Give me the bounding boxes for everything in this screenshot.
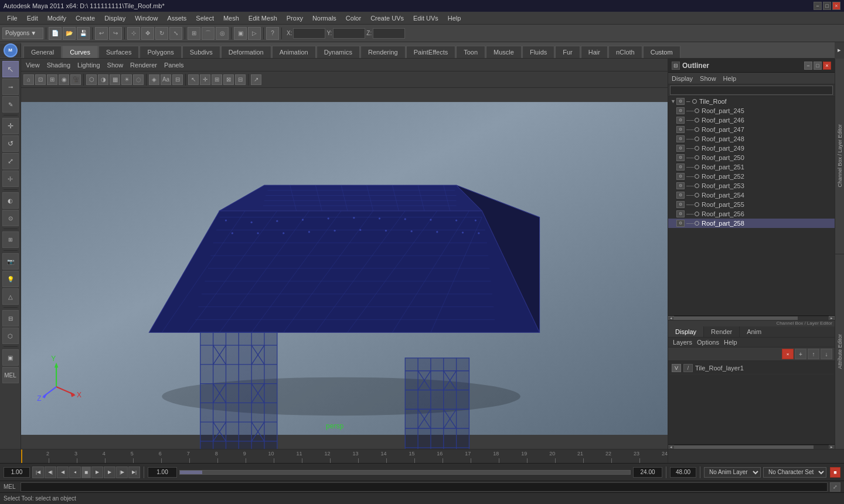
camera-btn[interactable]: 📷 <box>2 253 19 270</box>
menu-mesh[interactable]: Mesh <box>219 13 244 23</box>
menu-modify[interactable]: Modify <box>43 13 71 23</box>
tree-item-roof-part-256[interactable]: ⚙ ── Roof_part_256 <box>668 209 835 219</box>
vt-grid[interactable]: ⊞ <box>47 74 57 85</box>
lm-options[interactable]: Options <box>697 339 719 346</box>
universal-btn[interactable]: ☩ <box>2 171 19 187</box>
menu-edit[interactable]: Edit <box>22 13 43 23</box>
layer-new-btn[interactable]: + <box>795 349 806 359</box>
vt-four[interactable]: ⊠ <box>223 74 234 85</box>
vt-obj[interactable]: ◉ <box>59 74 69 85</box>
snap-point-btn[interactable]: ◎ <box>216 27 229 40</box>
range-start-input[interactable]: 1.00 <box>148 467 177 478</box>
tab-subdivs[interactable]: Subdivs <box>182 46 220 58</box>
tree-item-roof-part-245[interactable]: ⚙ ── Roof_part_245 <box>668 106 835 115</box>
hypershade-btn[interactable]: ⬡ <box>2 328 19 344</box>
lm-help[interactable]: Help <box>724 339 737 346</box>
vt-arrow[interactable]: ↗ <box>251 74 261 85</box>
open-btn[interactable]: 📂 <box>63 27 76 40</box>
vt-cam[interactable]: 🎥 <box>70 74 81 85</box>
outliner-tree[interactable]: ▼ ⚙ ─ Tile_Roof ⚙ ── Roof_part_245 ⚙ ── <box>668 97 835 315</box>
outliner-hscroll[interactable]: ◂ ▸ <box>668 315 835 320</box>
snap-grid-btn[interactable]: ⊞ <box>188 27 200 40</box>
scale-btn[interactable]: ⤢ <box>2 153 19 169</box>
menu-select[interactable]: Select <box>191 13 219 23</box>
prev-frame-btn[interactable]: ◀ <box>57 466 69 478</box>
move-tool-btn[interactable]: ✥ <box>141 27 154 40</box>
tree-item-roof-part-249[interactable]: ⚙ ── Roof_part_249 <box>668 144 835 153</box>
play-fwd-btn[interactable]: ▶ <box>91 466 103 478</box>
tab-fluids[interactable]: Fluids <box>522 46 554 58</box>
vt-aa[interactable]: Aa <box>161 74 171 85</box>
vt-shade[interactable]: ◑ <box>98 74 108 85</box>
vm-panels[interactable]: Panels <box>164 62 184 69</box>
menu-color[interactable]: Color <box>341 13 366 23</box>
layer-tab-render[interactable]: Render <box>704 326 740 337</box>
mode-dropdown[interactable]: Polygons ▼ <box>2 28 43 39</box>
scroll-track[interactable] <box>674 316 829 320</box>
menu-display[interactable]: Display <box>100 13 130 23</box>
tree-item-roof-part-246[interactable]: ⚙ ── Roof_part_246 <box>668 115 835 125</box>
vt-move2[interactable]: ✛ <box>200 74 210 85</box>
tab-painteffects[interactable]: PaintEffects <box>406 46 456 58</box>
layer-row[interactable]: V / Tile_Roof_layer1 <box>669 362 833 374</box>
anim-range-handle[interactable] <box>180 471 202 474</box>
skip-start-btn[interactable]: |◀ <box>32 466 44 478</box>
mel-input[interactable] <box>21 482 828 492</box>
mel-expand-btn[interactable]: ⤢ <box>830 482 840 492</box>
play-back-btn[interactable]: ◂ <box>69 466 81 478</box>
prev-key-btn[interactable]: ◀| <box>45 466 56 478</box>
y-input[interactable] <box>333 28 365 39</box>
tree-item-roof-part-248[interactable]: ⚙ ── Roof_part_248 <box>668 134 835 144</box>
channel-box-tab[interactable]: Channel Box / Layer Editor <box>835 59 844 254</box>
tree-item-roof-part-254[interactable]: ⚙ ── Roof_part_254 <box>668 190 835 200</box>
rotate-btn[interactable]: ↺ <box>2 135 19 152</box>
vt-shadow[interactable]: ◌ <box>133 74 144 85</box>
layer-tab-display[interactable]: Display <box>668 326 704 337</box>
tab-muscle[interactable]: Muscle <box>486 46 522 58</box>
tab-animation[interactable]: Animation <box>272 46 316 58</box>
viewport-content[interactable]: Y X Z persp <box>21 88 668 449</box>
select-mode-btn[interactable]: ↖ <box>2 61 19 77</box>
skip-end-btn[interactable]: ▶| <box>128 466 140 478</box>
vt-wire[interactable]: ⬡ <box>86 74 97 85</box>
tab-general[interactable]: General <box>23 46 62 58</box>
tab-dynamics[interactable]: Dynamics <box>316 46 360 58</box>
layer-type-btn[interactable]: / <box>683 364 693 372</box>
minimize-button[interactable]: − <box>814 2 822 10</box>
new-btn[interactable]: 📄 <box>49 27 62 40</box>
total-frames-input[interactable]: 48.00 <box>670 467 696 478</box>
menu-create[interactable]: Create <box>71 13 100 23</box>
vm-lighting[interactable]: Lighting <box>77 62 100 69</box>
menu-file[interactable]: File <box>2 13 22 23</box>
tab-hair[interactable]: Hair <box>581 46 608 58</box>
vt-hud[interactable]: ⊟ <box>235 74 246 85</box>
script-editor-btn[interactable]: MEL <box>2 367 19 383</box>
redo-btn[interactable]: ↪ <box>109 27 122 40</box>
range-end-input[interactable]: 24.00 <box>633 467 662 478</box>
tab-curves[interactable]: Curves <box>62 46 98 58</box>
move-btn[interactable]: ✛ <box>2 118 19 134</box>
vm-shading[interactable]: Shading <box>47 62 70 69</box>
tab-rendering[interactable]: Rendering <box>360 46 406 58</box>
tree-item-roof-part-252[interactable]: ⚙ ── Roof_part_252 <box>668 172 835 181</box>
layer-editor-btn[interactable]: ⊟ <box>2 310 19 326</box>
layer-tab-anim[interactable]: Anim <box>740 326 768 337</box>
render-view-btn[interactable]: ▣ <box>2 349 19 366</box>
menu-edit-uvs[interactable]: Edit UVs <box>409 13 443 23</box>
vt-highlight[interactable]: ◈ <box>149 74 159 85</box>
layer-move-dn-btn[interactable]: ↓ <box>821 349 832 359</box>
layer-scroll-right[interactable]: ▸ <box>829 445 835 449</box>
tab-fur[interactable]: Fur <box>555 46 580 58</box>
x-input[interactable] <box>293 28 325 39</box>
vt-lights[interactable]: ☀ <box>121 74 132 85</box>
tree-item-roof-part-251[interactable]: ⚙ ── Roof_part_251 <box>668 162 835 172</box>
tree-item-roof-part-247[interactable]: ⚙ ── Roof_part_247 <box>668 125 835 134</box>
vt-frame[interactable]: ⊡ <box>35 74 46 85</box>
vt-home[interactable]: ⌂ <box>23 74 34 85</box>
vm-view[interactable]: View <box>26 62 40 69</box>
render-btn[interactable]: ▣ <box>234 27 247 40</box>
current-frame-input[interactable]: 1.00 <box>4 467 30 478</box>
char-set-dropdown[interactable]: No Character Set <box>763 467 826 478</box>
scroll-thumb[interactable] <box>674 316 798 320</box>
om-help[interactable]: Help <box>723 75 737 82</box>
